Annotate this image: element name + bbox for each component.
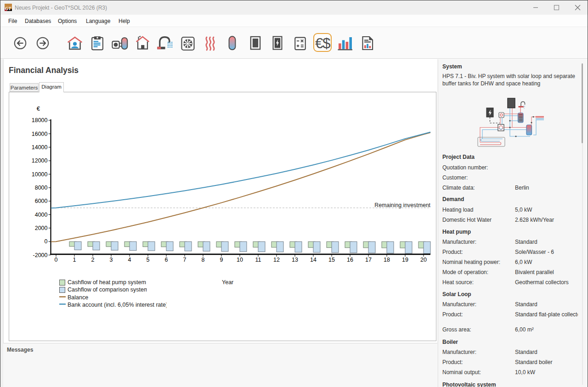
- svg-text:€: €: [37, 105, 40, 112]
- svg-text:15: 15: [328, 257, 335, 263]
- svg-text:16000: 16000: [32, 131, 48, 137]
- svg-text:10: 10: [237, 257, 243, 263]
- svg-text:14000: 14000: [32, 144, 48, 151]
- svg-text:14: 14: [310, 257, 317, 263]
- svg-text:7: 7: [183, 257, 187, 263]
- svg-text:Cashflow of heat pump system: Cashflow of heat pump system: [68, 279, 146, 286]
- svg-text:17: 17: [365, 257, 372, 263]
- svg-text:0: 0: [45, 238, 48, 245]
- svg-text:2: 2: [91, 257, 95, 263]
- svg-text:13: 13: [292, 257, 298, 263]
- svg-text:5: 5: [147, 257, 150, 263]
- svg-text:9: 9: [220, 257, 223, 263]
- svg-text:Balance: Balance: [68, 294, 88, 301]
- svg-text:19: 19: [402, 257, 408, 263]
- svg-text:20: 20: [420, 257, 427, 263]
- svg-text:16: 16: [347, 257, 353, 263]
- svg-text:Remaining investment: Remaining investment: [374, 202, 430, 208]
- svg-text:Year: Year: [222, 279, 233, 286]
- svg-text:8: 8: [202, 257, 205, 263]
- svg-text:8000: 8000: [35, 185, 48, 191]
- svg-text:2000: 2000: [35, 225, 48, 231]
- svg-text:3: 3: [110, 257, 113, 263]
- svg-text:12: 12: [273, 257, 280, 263]
- svg-text:6: 6: [165, 257, 168, 263]
- svg-text:Bank account (incl. 6,05% inte: Bank account (incl. 6,05% interest rate): [68, 302, 168, 308]
- svg-text:Cashflow of comparison system: Cashflow of comparison system: [68, 286, 148, 293]
- svg-text:4000: 4000: [35, 212, 48, 218]
- svg-text:11: 11: [255, 257, 261, 263]
- svg-text:18000: 18000: [32, 117, 48, 123]
- svg-text:-2000: -2000: [33, 252, 48, 258]
- svg-text:12000: 12000: [32, 157, 48, 164]
- svg-text:4: 4: [128, 257, 131, 263]
- svg-text:10000: 10000: [32, 171, 48, 178]
- svg-text:1: 1: [73, 257, 76, 263]
- svg-text:18: 18: [384, 257, 390, 263]
- svg-text:0: 0: [55, 257, 58, 263]
- svg-text:6000: 6000: [35, 198, 48, 204]
